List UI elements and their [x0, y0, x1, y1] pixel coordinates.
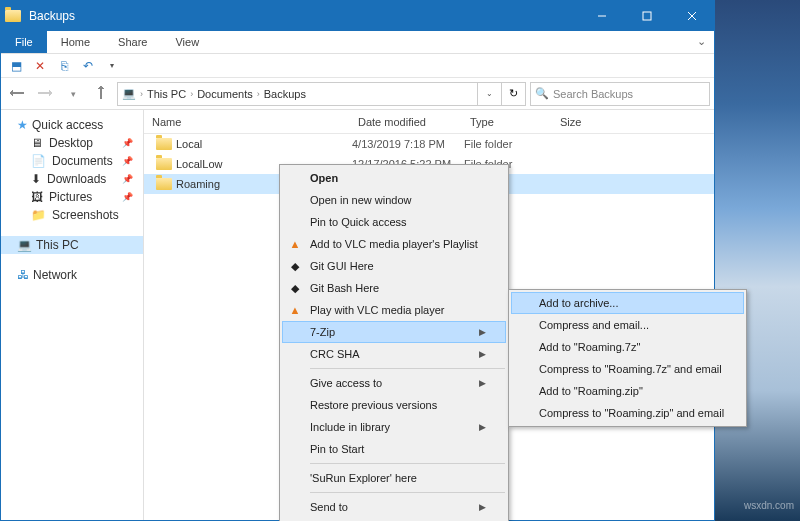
- git-icon: ◆: [287, 258, 303, 274]
- downloads-icon: ⬇: [31, 172, 41, 186]
- menu-restore-versions[interactable]: Restore previous versions: [282, 394, 506, 416]
- star-icon: ★: [17, 118, 28, 132]
- submenu-arrow-icon: ▶: [479, 349, 486, 359]
- folder-icon: [156, 178, 172, 190]
- file-row-local[interactable]: Local 4/13/2019 7:18 PM File folder: [144, 134, 714, 154]
- copy-icon[interactable]: ⎘: [55, 57, 73, 75]
- sidebar-item-screenshots[interactable]: 📁Screenshots: [1, 206, 143, 224]
- desktop-icon: 🖥: [31, 136, 43, 150]
- sidebar-item-pictures[interactable]: 🖼Pictures📌: [1, 188, 143, 206]
- breadcrumb-thispc[interactable]: This PC: [143, 88, 190, 100]
- sidebar-label: Documents: [52, 154, 113, 168]
- sidebar-label: Pictures: [49, 190, 92, 204]
- sidebar-quick-access[interactable]: ★Quick access: [1, 116, 143, 134]
- qat-dropdown-icon[interactable]: ▾: [103, 57, 121, 75]
- menu-7zip[interactable]: 7-Zip▶: [282, 321, 506, 343]
- sidebar-item-documents[interactable]: 📄Documents📌: [1, 152, 143, 170]
- folder-icon: [1, 10, 25, 22]
- file-tab[interactable]: File: [1, 31, 47, 53]
- view-tab[interactable]: View: [161, 31, 213, 53]
- menu-label: Git Bash Here: [310, 282, 379, 294]
- history-dropdown-icon[interactable]: ⌄: [477, 83, 501, 105]
- sidebar-this-pc[interactable]: 💻This PC: [1, 236, 143, 254]
- file-type: File folder: [464, 138, 554, 150]
- sidebar-label: This PC: [36, 238, 79, 252]
- pin-icon: 📌: [122, 138, 133, 148]
- menu-vlc-playlist[interactable]: ▲Add to VLC media player's Playlist: [282, 233, 506, 255]
- menu-vlc-play[interactable]: ▲Play with VLC media player: [282, 299, 506, 321]
- folder-icon: [156, 138, 172, 150]
- menu-separator: [310, 368, 505, 369]
- menu-label: CRC SHA: [310, 348, 360, 360]
- navigation-pane: ★Quick access 🖥Desktop📌 📄Documents📌 ⬇Dow…: [1, 110, 144, 520]
- column-type[interactable]: Type: [464, 116, 554, 128]
- file-name: Roaming: [176, 178, 220, 190]
- column-size[interactable]: Size: [554, 116, 634, 128]
- sidebar-label: Network: [33, 268, 77, 282]
- share-tab[interactable]: Share: [104, 31, 161, 53]
- sidebar-item-desktop[interactable]: 🖥Desktop📌: [1, 134, 143, 152]
- submenu-arrow-icon: ▶: [479, 502, 486, 512]
- menu-send-to[interactable]: Send to▶: [282, 496, 506, 518]
- menu-label: Add to VLC media player's Playlist: [310, 238, 478, 250]
- menu-pin-start[interactable]: Pin to Start: [282, 438, 506, 460]
- home-tab[interactable]: Home: [47, 31, 104, 53]
- search-input[interactable]: 🔍 Search Backups: [530, 82, 710, 106]
- 7zip-submenu: Add to archive... Compress and email... …: [508, 289, 747, 427]
- pin-icon: 📌: [122, 192, 133, 202]
- maximize-button[interactable]: [624, 1, 669, 31]
- recent-dropdown-icon[interactable]: ▾: [61, 82, 85, 106]
- up-button[interactable]: 🠕: [89, 82, 113, 106]
- delete-icon[interactable]: ✕: [31, 57, 49, 75]
- sidebar-label: Quick access: [32, 118, 103, 132]
- column-name[interactable]: Name: [144, 116, 352, 128]
- pin-icon: 📌: [122, 156, 133, 166]
- menu-pin-quick-access[interactable]: Pin to Quick access: [282, 211, 506, 233]
- search-placeholder: Search Backups: [553, 88, 633, 100]
- submenu-arrow-icon: ▶: [479, 327, 486, 337]
- menu-git-gui[interactable]: ◆Git GUI Here: [282, 255, 506, 277]
- sidebar-item-downloads[interactable]: ⬇Downloads📌: [1, 170, 143, 188]
- git-icon: ◆: [287, 280, 303, 296]
- sidebar-network[interactable]: 🖧Network: [1, 266, 143, 284]
- undo-icon[interactable]: ↶: [79, 57, 97, 75]
- folder-icon: [156, 158, 172, 170]
- file-date: 4/13/2019 7:18 PM: [352, 138, 464, 150]
- minimize-button[interactable]: [579, 1, 624, 31]
- menu-label: Send to: [310, 501, 348, 513]
- address-row: 🠔 🠖 ▾ 🠕 💻 › This PC › Documents › Backup…: [1, 78, 714, 110]
- vlc-icon: ▲: [287, 302, 303, 318]
- menu-open[interactable]: Open: [282, 167, 506, 189]
- expand-ribbon-icon[interactable]: ⌄: [689, 31, 714, 53]
- watermark: wsxdn.com: [744, 500, 794, 511]
- refresh-icon[interactable]: ↻: [501, 83, 525, 105]
- column-headers: Name Date modified Type Size: [144, 110, 714, 134]
- submenu-add-7z[interactable]: Add to "Roaming.7z": [511, 336, 744, 358]
- menu-include-library[interactable]: Include in library▶: [282, 416, 506, 438]
- forward-button[interactable]: 🠖: [33, 82, 57, 106]
- submenu-compress-7z-email[interactable]: Compress to "Roaming.7z" and email: [511, 358, 744, 380]
- menu-crc-sha[interactable]: CRC SHA▶: [282, 343, 506, 365]
- desktop-background: [715, 0, 800, 521]
- submenu-arrow-icon: ▶: [479, 378, 486, 388]
- menu-surun[interactable]: 'SuRun Explorer' here: [282, 467, 506, 489]
- column-date[interactable]: Date modified: [352, 116, 464, 128]
- address-bar[interactable]: 💻 › This PC › Documents › Backups ⌄ ↻: [117, 82, 526, 106]
- submenu-compress-zip-email[interactable]: Compress to "Roaming.zip" and email: [511, 402, 744, 424]
- pictures-icon: 🖼: [31, 190, 43, 204]
- breadcrumb-backups[interactable]: Backups: [260, 88, 310, 100]
- context-menu: Open Open in new window Pin to Quick acc…: [279, 164, 509, 521]
- breadcrumb-documents[interactable]: Documents: [193, 88, 257, 100]
- submenu-add-zip[interactable]: Add to "Roaming.zip": [511, 380, 744, 402]
- submenu-add-archive[interactable]: Add to archive...: [511, 292, 744, 314]
- menu-label: 7-Zip: [310, 326, 335, 338]
- pin-icon[interactable]: ⬒: [7, 57, 25, 75]
- back-button[interactable]: 🠔: [5, 82, 29, 106]
- menu-open-new-window[interactable]: Open in new window: [282, 189, 506, 211]
- close-button[interactable]: [669, 1, 714, 31]
- menu-separator: [310, 463, 505, 464]
- submenu-compress-email[interactable]: Compress and email...: [511, 314, 744, 336]
- menu-give-access[interactable]: Give access to▶: [282, 372, 506, 394]
- file-name: LocalLow: [176, 158, 222, 170]
- menu-git-bash[interactable]: ◆Git Bash Here: [282, 277, 506, 299]
